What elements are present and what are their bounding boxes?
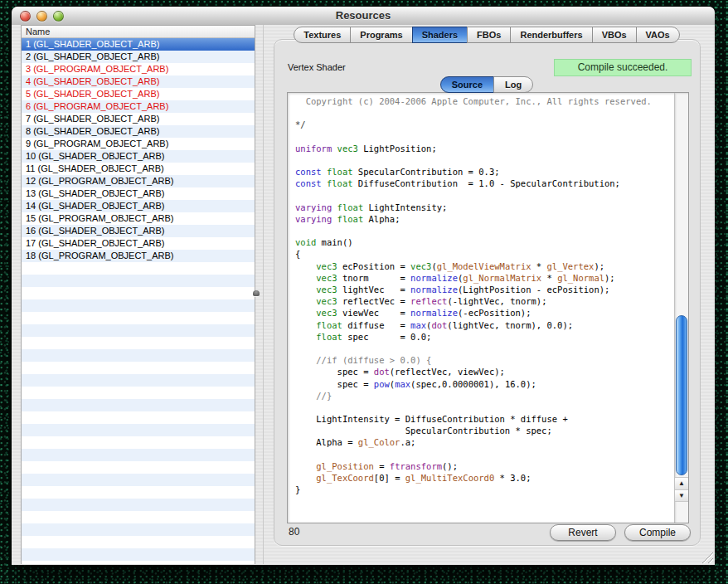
code-line: */ <box>295 119 674 130</box>
scroll-up-arrow-icon[interactable]: ▲ <box>675 477 688 489</box>
revert-button[interactable]: Revert <box>550 524 616 541</box>
code-line <box>295 449 674 460</box>
tab-shaders[interactable]: Shaders <box>412 27 468 43</box>
code-line: Alpha = gl_Color.a; <box>295 436 674 448</box>
scrollbar-thumb[interactable] <box>676 315 687 475</box>
vertical-scrollbar[interactable]: ▲ ▼ <box>674 93 688 523</box>
code-line <box>295 154 674 166</box>
code-line: uniform vec3 LightPosition; <box>295 143 674 154</box>
code-line: vec3 ecPosition = vec3(gl_ModelViewMatri… <box>295 260 674 272</box>
window-title: Resources <box>12 9 715 22</box>
compile-button[interactable]: Compile <box>624 524 691 541</box>
code-line: //} <box>295 390 674 402</box>
list-item[interactable]: 2 (GL_SHADER_OBJECT_ARB) <box>22 51 255 63</box>
list-item[interactable]: 6 (GL_PROGRAM_OBJECT_ARB) <box>22 100 255 113</box>
code-line: vec3 viewVec = normalize(-ecPosition); <box>295 307 674 319</box>
list-item[interactable]: 17 (GL_SHADER_OBJECT_ARB) <box>22 237 255 250</box>
list-item[interactable]: 12 (GL_PROGRAM_OBJECT_ARB) <box>22 175 255 187</box>
tab-source[interactable]: Source <box>440 76 494 93</box>
list-item[interactable]: 11 (GL_SHADER_OBJECT_ARB) <box>22 163 255 175</box>
code-line: //if (diffuse > 0.0) { <box>295 354 674 366</box>
code-line <box>295 131 674 143</box>
code-line: vec3 tnorm = normalize(gl_NormalMatrix *… <box>295 272 674 284</box>
list-item[interactable]: 16 (GL_SHADER_OBJECT_ARB) <box>22 225 255 237</box>
code-line <box>295 402 674 413</box>
code-line: vec3 lightVec = normalize(LightPosition … <box>295 284 674 295</box>
code-line: varying float Alpha; <box>295 213 674 225</box>
list-item[interactable]: 7 (GL_SHADER_OBJECT_ARB) <box>22 113 255 125</box>
list-item[interactable]: 13 (GL_SHADER_OBJECT_ARB) <box>22 187 255 200</box>
code-line: { <box>295 248 674 260</box>
shader-group-box: Vertex Shader Compile succeeded. SourceL… <box>274 39 701 546</box>
tab-textures[interactable]: Textures <box>294 27 351 43</box>
code-line: LightIntensity = DiffuseContribution * d… <box>295 413 674 425</box>
code-line <box>295 190 674 202</box>
list-item[interactable]: 8 (GL_SHADER_OBJECT_ARB) <box>22 125 255 138</box>
title-bar[interactable]: Resources <box>12 7 715 26</box>
code-line: gl_Position = ftransform(); <box>295 460 674 472</box>
code-line: const float DiffuseContribution = 1.0 - … <box>295 178 674 189</box>
code-line: void main() <box>295 236 674 248</box>
list-column-header[interactable]: Name <box>22 26 255 38</box>
resource-list: 1 (GL_SHADER_OBJECT_ARB)2 (GL_SHADER_OBJ… <box>22 38 255 262</box>
code-line <box>295 107 674 119</box>
code-line: SpecularContribution * spec; <box>295 425 674 436</box>
tab-programs[interactable]: Programs <box>350 27 412 43</box>
code-line: vec3 reflectVec = reflect(-lightVec, tno… <box>295 295 674 307</box>
code-line: spec = dot(reflectVec, viewVec); <box>295 366 674 377</box>
code-line: float spec = 0.0; <box>295 331 674 343</box>
code-line: } <box>295 484 674 495</box>
list-item[interactable]: 15 (GL_PROGRAM_OBJECT_ARB) <box>22 212 255 225</box>
shader-id-label: 80 <box>289 526 299 538</box>
list-item[interactable]: 5 (GL_SHADER_OBJECT_ARB) <box>22 88 255 100</box>
code-line <box>295 225 674 236</box>
list-item[interactable]: 1 (GL_SHADER_OBJECT_ARB) <box>22 38 255 51</box>
list-item[interactable]: 10 (GL_SHADER_OBJECT_ARB) <box>22 150 255 163</box>
code-line: const float SpecularContribution = 0.3; <box>295 166 674 178</box>
resource-tab-bar: TexturesProgramsShadersFBOsRenderbuffers… <box>274 27 701 43</box>
code-line: Copyright (c) 2004-2006 Apple Computer, … <box>295 95 674 107</box>
list-item[interactable]: 4 (GL_SHADER_OBJECT_ARB) <box>22 75 255 88</box>
code-editor-box: Copyright (c) 2004-2006 Apple Computer, … <box>287 92 689 523</box>
code-line: varying float LightIntensity; <box>295 202 674 213</box>
splitter-handle-icon[interactable] <box>253 290 260 296</box>
tab-vbos[interactable]: VBOs <box>592 27 637 43</box>
list-item[interactable]: 14 (GL_SHADER_OBJECT_ARB) <box>22 200 255 212</box>
tab-fbos[interactable]: FBOs <box>467 27 511 43</box>
scroll-down-arrow-icon[interactable]: ▼ <box>675 489 688 502</box>
resource-list-panel: Name 1 (GL_SHADER_OBJECT_ARB)2 (GL_SHADE… <box>21 25 255 564</box>
list-item[interactable]: 9 (GL_PROGRAM_OBJECT_ARB) <box>22 138 255 150</box>
code-line: spec = pow(max(spec,0.0000001), 16.0); <box>295 378 674 390</box>
list-item[interactable]: 3 (GL_PROGRAM_OBJECT_ARB) <box>22 63 255 75</box>
code-line <box>295 343 674 354</box>
code-editor[interactable]: Copyright (c) 2004-2006 Apple Computer, … <box>288 93 674 523</box>
shader-type-label: Vertex Shader <box>288 62 346 72</box>
resources-window: Resources Name 1 (GL_SHADER_OBJECT_ARB)2… <box>12 7 715 565</box>
list-item[interactable]: 18 (GL_PROGRAM_OBJECT_ARB) <box>22 250 255 262</box>
code-line: float diffuse = max(dot(lightVec, tnorm)… <box>295 319 674 331</box>
code-line: gl_TexCoord[0] = gl_MultiTexCoord0 * 3.0… <box>295 472 674 484</box>
tab-vaos[interactable]: VAOs <box>636 27 680 43</box>
source-log-segmented-control: SourceLog <box>274 76 700 93</box>
compile-status-badge: Compile succeeded. <box>554 59 692 76</box>
tab-renderbuffers[interactable]: Renderbuffers <box>510 27 592 43</box>
window-content: Name 1 (GL_SHADER_OBJECT_ARB)2 (GL_SHADE… <box>12 25 715 565</box>
tab-log[interactable]: Log <box>493 76 533 93</box>
splitter-divider <box>263 25 264 564</box>
